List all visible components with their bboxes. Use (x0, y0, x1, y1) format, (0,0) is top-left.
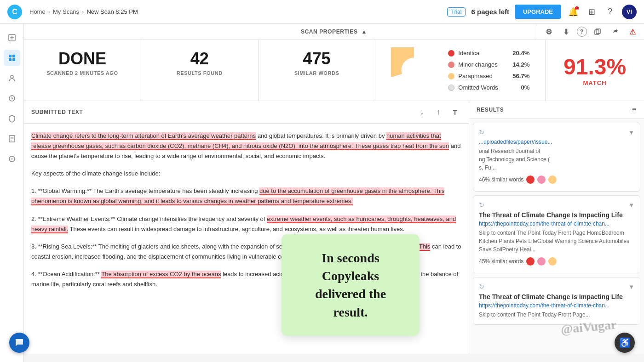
refresh-icon-3[interactable]: ↻ (479, 283, 484, 290)
sidebar-item-scans[interactable] (4, 50, 20, 66)
breadcrumb-sep1: › (48, 8, 50, 15)
legend-pct-paraphrased: 56.7% (512, 73, 529, 79)
svg-point-16 (11, 158, 12, 160)
status-box: DONE SCANNED 2 MINUTES AGO (24, 40, 141, 101)
font-button[interactable]: T (448, 106, 461, 119)
paragraph-2: Key aspects of the climate change issue … (31, 169, 461, 179)
match-section: 91.3% MATCH (546, 40, 644, 101)
refresh-icon-1[interactable]: ↻ (479, 129, 484, 136)
result-card-2: ↻ ▼ The Threat of Climate Change Is Impa… (473, 195, 640, 273)
svg-rect-8 (12, 58, 15, 61)
dot-pink-2 (537, 257, 546, 266)
grid-icon[interactable]: ⊞ (585, 6, 598, 18)
refresh-icon-2[interactable]: ↻ (479, 201, 484, 209)
dropdown-3[interactable]: ▼ (628, 283, 634, 290)
result-card-3-header: ↻ ▼ (479, 283, 634, 290)
result-excerpt-1: onal Research Journal ofng Technology an… (479, 147, 634, 172)
legend-pct-identical: 20.4% (512, 50, 529, 57)
avatar[interactable]: VI (622, 5, 637, 19)
legend-pct-minor: 14.2% (512, 61, 529, 68)
tooltip-text: In secondsCopyleaksdelivered theresult. (300, 249, 401, 321)
legend-dot-omitted (448, 85, 454, 91)
highlighted-text: Climate change refers to the long-term a… (31, 132, 256, 140)
scroll-up-button[interactable]: ↑ (432, 106, 445, 119)
similar-words-label-1: 46% similar words (479, 176, 523, 183)
scan-properties-chevron: ▲ (362, 28, 367, 35)
legend-pct-omitted: 0% (521, 84, 529, 91)
results-pane: RESULTS ≡ ↻ ▼ ...uploadedfiles/paper//is… (469, 101, 644, 354)
legend-label-identical: Identical (458, 50, 509, 57)
legend-dot-identical (448, 50, 454, 57)
dot-orange-1 (548, 175, 557, 184)
bell-icon[interactable]: 🔔 1 (567, 6, 580, 18)
download-icon[interactable]: ⬇ (559, 25, 573, 39)
svg-point-21 (402, 58, 427, 83)
settings-icon[interactable]: ⚙ (542, 25, 556, 39)
scan-toolbar-icons: ⚙ ⬇ ? ⚠ (537, 24, 644, 40)
help-icon[interactable]: ? (604, 6, 616, 18)
breadcrumb-current: New Scan 8:25 PM (86, 8, 138, 15)
highlighted-text-4: extreme weather events, such as hurrican… (31, 215, 456, 233)
result-excerpt-2: Skip to content The Point Today Front Pa… (479, 229, 634, 254)
results-box: 42 RESULTS FOUND (141, 40, 259, 101)
sidebar-item-history[interactable] (4, 90, 20, 107)
upgrade-button[interactable]: UPGRADE (515, 5, 561, 19)
scroll-down-button[interactable]: ↓ (415, 106, 428, 119)
legend-item-omitted: Omitted Words 0% (448, 84, 529, 91)
breadcrumb-home[interactable]: Home (29, 8, 46, 15)
main-content: SCAN PROPERTIES ▲ ⚙ ⬇ ? ⚠ DONE SCANNED 2… (24, 24, 644, 354)
legend-dot-minor (448, 62, 454, 68)
similar-words-box: 475 SIMILAR WORDS (259, 40, 376, 101)
result-title-2: The Threat of Climate Change Is Impactin… (479, 211, 634, 219)
legend-label-paraphrased: Paraphrased (458, 73, 509, 79)
result-card-1: ↻ ▼ ...uploadedfiles/paper//issue... ona… (473, 123, 640, 192)
legend-item-minor: Minor changes 14.2% (448, 61, 529, 68)
logo[interactable]: C (7, 5, 22, 19)
scan-properties-bar[interactable]: SCAN PROPERTIES ▲ ⚙ ⬇ ? ⚠ (24, 24, 644, 40)
accessibility-button[interactable]: ♿ (615, 333, 635, 353)
notification-dot: 1 (575, 6, 579, 10)
status-value: DONE (33, 49, 132, 68)
legend-label-omitted: Omitted Words (458, 84, 517, 91)
share-icon[interactable] (608, 25, 622, 39)
dot-pink-1 (537, 175, 546, 184)
breadcrumb-sep2: › (82, 8, 84, 15)
paragraph-3: 1. **Global Warming:** The Earth's avera… (31, 186, 461, 206)
paragraph-4: 2. **Extreme Weather Events:** Climate c… (31, 214, 461, 234)
sidebar-item-compass[interactable] (4, 151, 20, 167)
sidebar-item-book[interactable] (4, 130, 20, 147)
legend-dot-paraphrased (448, 73, 454, 79)
result-card-1-header: ↻ ▼ (479, 129, 634, 136)
result-card-2-header: ↻ ▼ (479, 201, 634, 209)
sidebar-item-profile[interactable] (4, 70, 20, 86)
sidebar-item-shield[interactable] (4, 110, 20, 127)
scan-properties-label: SCAN PROPERTIES (301, 28, 358, 35)
results-filter[interactable]: ≡ (632, 106, 637, 114)
pie-section: Identical 20.4% Minor changes 14.2% Para… (375, 40, 546, 101)
tooltip-overlay: In secondsCopyleaksdelivered theresult. (282, 234, 420, 336)
trial-badge: Trial (447, 7, 466, 17)
result-link-1[interactable]: ...uploadedfiles/paper//issue... (479, 139, 634, 145)
content-area: SUBMITTED TEXT ↓ ↑ T Climate change refe… (24, 101, 644, 354)
pie-chart (391, 47, 437, 93)
filter-icon[interactable]: ≡ (632, 106, 637, 113)
dropdown-2[interactable]: ▼ (628, 202, 634, 209)
svg-rect-7 (9, 58, 12, 61)
svg-rect-6 (12, 55, 15, 57)
result-link-3[interactable]: https://thepointtoday.com/the-threat-of-… (479, 302, 634, 309)
sidebar-item-new[interactable] (4, 29, 20, 46)
dropdown-1[interactable]: ▼ (628, 129, 634, 136)
highlighted-text-3: due to the accumulation of greenhouse ga… (31, 187, 444, 205)
alert-icon[interactable]: ⚠ (626, 25, 639, 39)
result-link-2[interactable]: https://thepointtoday.com/the-threat-of-… (479, 221, 634, 227)
results-label: RESULTS FOUND (150, 70, 249, 76)
dot-red-1 (526, 175, 535, 184)
similar-words-label: SIMILAR WORDS (268, 70, 366, 76)
chat-button[interactable] (9, 333, 29, 353)
breadcrumb-my-scans[interactable]: My Scans (53, 8, 79, 15)
dot-orange-2 (548, 257, 557, 266)
help-circle-icon[interactable]: ? (577, 27, 587, 37)
copy-icon[interactable] (591, 25, 604, 39)
result-title-3: The Threat of Climate Change Is Impactin… (479, 293, 634, 300)
similar-words-row-1: 46% similar words (479, 175, 634, 184)
